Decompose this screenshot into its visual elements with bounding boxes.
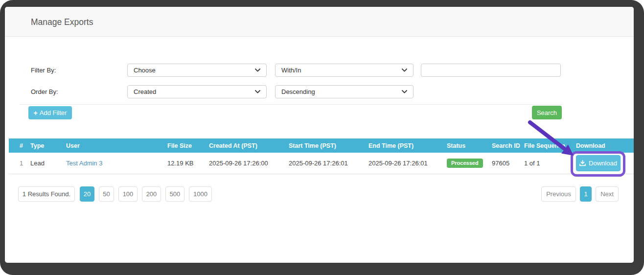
row-created-at: 2025-09-26 17:26:00	[209, 160, 289, 167]
filter-field-value: Choose	[134, 67, 156, 74]
order-by-label: Order By:	[31, 88, 58, 95]
col-header-start-time: Start Time (PST)	[289, 142, 368, 149]
chevron-down-icon	[255, 69, 260, 72]
row-search-id: 97605	[492, 160, 524, 167]
col-header-file-sequence: File Sequence	[524, 142, 576, 149]
page-size-1000[interactable]: 1000	[189, 186, 212, 202]
col-header-user: User	[66, 142, 167, 149]
filter-operator-select[interactable]: With/In	[275, 64, 414, 77]
add-filter-label: Add Filter	[40, 109, 67, 116]
row-index: 1	[20, 160, 30, 167]
chevron-down-icon	[402, 69, 407, 72]
search-button[interactable]: Search	[532, 106, 562, 119]
chevron-down-icon	[255, 90, 260, 93]
order-field-value: Created	[134, 88, 156, 95]
col-header-status: Status	[447, 142, 492, 149]
page-size-50[interactable]: 50	[99, 186, 114, 202]
add-filter-button[interactable]: + Add Filter	[28, 106, 72, 119]
page-size-group: 20 50 100 200 500 1000	[80, 186, 212, 202]
col-header-download: Download	[576, 142, 634, 149]
order-field-select[interactable]: Created	[127, 85, 267, 98]
page-header: Manage Exports	[5, 7, 634, 37]
download-icon	[579, 160, 586, 166]
table-row: 1 Lead Test Admin 3 12.19 KB 2025-09-26 …	[9, 153, 634, 174]
user-link[interactable]: Test Admin 3	[66, 160, 102, 167]
col-header-index: #	[20, 142, 30, 149]
row-file-sequence: 1 of 1	[524, 160, 576, 167]
page-size-200[interactable]: 200	[142, 186, 161, 202]
col-header-created-at: Created At (PST)	[209, 142, 289, 149]
filter-divider	[20, 104, 563, 105]
order-direction-select[interactable]: Descending	[275, 85, 414, 98]
col-header-search-id: Search ID	[492, 142, 524, 149]
filter-field-select[interactable]: Choose	[127, 64, 267, 77]
current-page-button[interactable]: 1	[580, 186, 592, 202]
status-badge: Processed	[447, 159, 483, 168]
previous-page-button[interactable]: Previous	[541, 186, 576, 202]
row-type: Lead	[30, 160, 66, 167]
order-direction-value: Descending	[281, 88, 315, 95]
row-start-time: 2025-09-26 17:26:01	[289, 160, 368, 167]
manage-exports-screen: Manage Exports Filter By: Order By: Choo…	[0, 0, 644, 275]
filter-operator-value: With/In	[281, 67, 301, 74]
page-size-20[interactable]: 20	[80, 186, 94, 202]
col-header-file-size: File Size	[167, 142, 209, 149]
table-header-row: # Type User File Size Created At (PST) S…	[9, 138, 634, 153]
page-title: Manage Exports	[31, 17, 93, 27]
manage-exports-panel: Manage Exports Filter By: Order By: Choo…	[5, 7, 634, 263]
col-header-end-time: End Time (PST)	[368, 142, 447, 149]
pager: Previous 1 Next	[541, 186, 619, 202]
next-page-button[interactable]: Next	[596, 186, 619, 202]
download-button[interactable]: Download	[576, 155, 621, 171]
page-size-500[interactable]: 500	[165, 186, 184, 202]
download-button-label: Download	[589, 160, 617, 167]
chevron-down-icon	[402, 90, 407, 93]
filter-value-input[interactable]	[421, 64, 561, 77]
results-count: 1 Results Found.	[18, 186, 75, 202]
row-end-time: 2025-09-26 17:26:01	[368, 160, 447, 167]
plus-icon: +	[34, 110, 38, 116]
row-file-size: 12.19 KB	[167, 160, 209, 167]
col-header-type: Type	[30, 142, 66, 149]
filter-by-label: Filter By:	[31, 67, 56, 74]
page-size-100[interactable]: 100	[118, 186, 138, 202]
